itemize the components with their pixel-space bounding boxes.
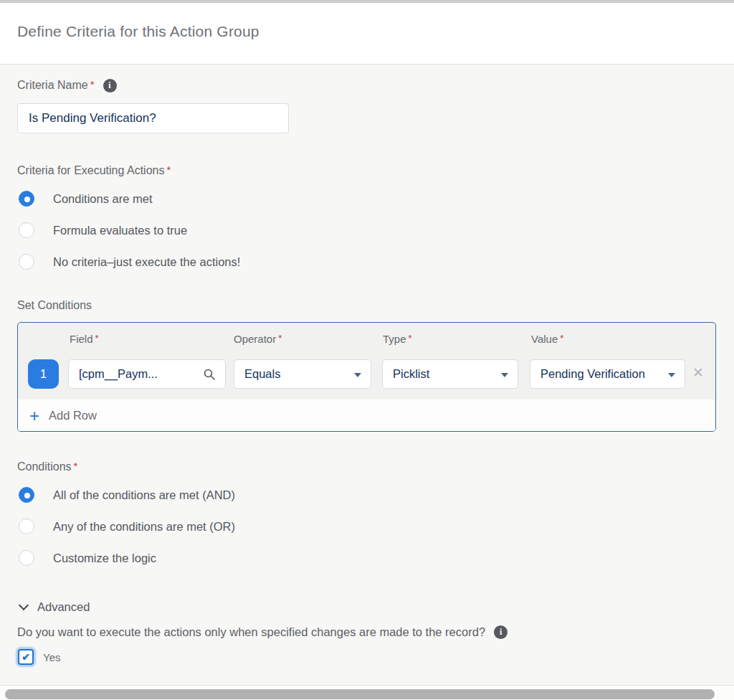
chevron-down-icon	[354, 373, 361, 377]
type-select[interactable]: Picklist	[382, 359, 518, 389]
required-asterisk: *	[166, 164, 171, 176]
radio-selected-icon[interactable]	[19, 487, 34, 503]
criteria-name-input[interactable]	[17, 103, 289, 133]
required-asterisk: *	[560, 333, 563, 344]
info-icon-glyph: i	[500, 627, 502, 638]
advanced-toggle[interactable]: Advanced	[17, 599, 717, 615]
yes-checkbox-label: Yes	[43, 651, 60, 663]
horizontal-scrollbar-thumb[interactable]	[5, 689, 715, 699]
set-conditions-box: Field* Operator* Type* Value* 1 [cpm__Pa…	[17, 322, 716, 432]
chevron-down-icon	[501, 373, 508, 377]
check-icon: ✔	[22, 651, 30, 663]
radio-option-any-or[interactable]: Any of the conditions are met (OR)	[17, 516, 717, 537]
radio-option-conditions-are-met[interactable]: Conditions are met	[17, 188, 717, 209]
operator-select[interactable]: Equals	[234, 359, 371, 389]
radio-option-all-and[interactable]: All of the conditions are met (AND)	[17, 484, 717, 506]
search-icon	[204, 369, 215, 380]
set-conditions-label: Set Conditions	[17, 299, 92, 312]
radio-option-label: Formula evaluates to true	[53, 224, 187, 237]
remove-row-icon[interactable]: ✕	[692, 366, 704, 379]
add-row-button[interactable]: + Add Row	[18, 399, 715, 432]
value-select[interactable]: Pending Verification	[530, 359, 685, 389]
field-lookup-input[interactable]: [cpm__Paym...	[68, 359, 226, 389]
row-number-badge[interactable]: 1	[28, 359, 59, 389]
panel-header: Define Criteria for this Action Group	[0, 3, 734, 65]
info-icon[interactable]: i	[494, 625, 507, 639]
row-number: 1	[40, 367, 47, 382]
yes-checkbox-row[interactable]: ✔ Yes	[17, 648, 717, 666]
radio-option-customize-logic[interactable]: Customize the logic	[17, 547, 717, 569]
radio-unselected-icon[interactable]	[19, 254, 34, 270]
panel-body: Criteria Name * i Criteria for Executing…	[0, 65, 734, 685]
radio-option-label: All of the conditions are met (AND)	[53, 488, 235, 502]
radio-unselected-icon[interactable]	[19, 519, 34, 534]
required-asterisk: *	[74, 460, 78, 472]
type-value: Picklist	[393, 367, 429, 381]
criteria-name-label-row: Criteria Name * i	[17, 78, 717, 93]
required-asterisk: *	[409, 333, 412, 344]
conditions-label: Conditions	[17, 460, 72, 473]
advanced-question: Do you want to execute the actions only …	[17, 625, 485, 639]
advanced-label: Advanced	[37, 600, 90, 614]
radio-option-label: Customize the logic	[53, 552, 156, 565]
column-header-type: Type*	[383, 333, 412, 345]
advanced-question-row: Do you want to execute the actions only …	[17, 625, 717, 639]
radio-unselected-icon[interactable]	[19, 550, 34, 566]
executing-actions-label-row: Criteria for Executing Actions *	[17, 164, 717, 178]
column-header-field: Field*	[70, 333, 99, 345]
horizontal-scrollbar-track	[0, 685, 734, 700]
add-row-label: Add Row	[49, 409, 97, 422]
define-criteria-panel: Define Criteria for this Action Group Cr…	[0, 0, 734, 700]
criteria-name-label: Criteria Name	[17, 79, 88, 92]
required-asterisk: *	[95, 333, 99, 344]
field-lookup-value: [cpm__Paym...	[79, 367, 158, 381]
required-asterisk: *	[90, 78, 95, 90]
add-icon: +	[29, 407, 39, 425]
set-conditions-label-row: Set Conditions	[17, 298, 717, 313]
operator-value: Equals	[244, 367, 280, 381]
yes-checkbox[interactable]: ✔	[18, 649, 34, 665]
radio-unselected-icon[interactable]	[19, 222, 34, 238]
info-icon-glyph: i	[108, 80, 110, 91]
radio-option-label: Conditions are met	[53, 192, 153, 206]
value-text: Pending Verification	[540, 367, 667, 381]
conditions-label-row: Conditions *	[17, 460, 717, 474]
radio-option-label: No criteria–just execute the actions!	[53, 255, 240, 269]
required-asterisk: *	[278, 333, 282, 344]
radio-option-no-criteria[interactable]: No criteria–just execute the actions!	[17, 251, 717, 273]
page-title: Define Criteria for this Action Group	[17, 23, 259, 40]
chevron-down-icon	[19, 600, 29, 610]
chevron-down-icon	[668, 373, 675, 377]
executing-actions-label: Criteria for Executing Actions	[17, 164, 164, 177]
info-icon[interactable]: i	[103, 79, 117, 93]
radio-option-formula-evaluates[interactable]: Formula evaluates to true	[17, 219, 717, 241]
column-header-value: Value*	[531, 333, 563, 345]
radio-option-label: Any of the conditions are met (OR)	[53, 520, 235, 534]
radio-selected-icon[interactable]	[19, 191, 34, 207]
column-header-operator: Operator*	[234, 333, 282, 345]
